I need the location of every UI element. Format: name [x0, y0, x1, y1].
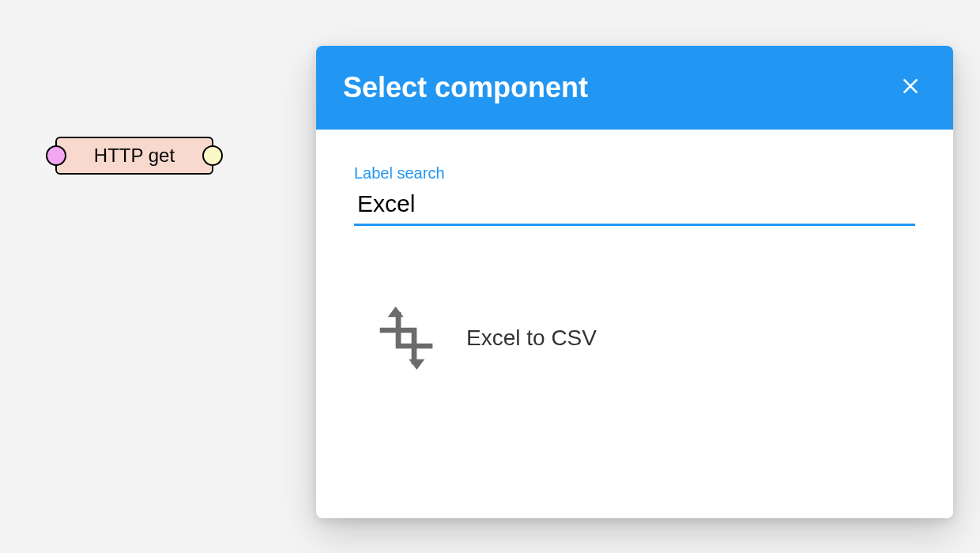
- dialog-header: Select component: [316, 46, 953, 130]
- close-icon: [900, 76, 921, 100]
- select-component-dialog: Select component Label search: [316, 46, 953, 518]
- node-label: HTTP get: [94, 145, 175, 167]
- result-item-label: Excel to CSV: [466, 325, 597, 351]
- dialog-title: Select component: [343, 71, 588, 104]
- node-output-port[interactable]: [202, 145, 223, 166]
- search-input[interactable]: [354, 187, 915, 226]
- dialog-body: Label search Excel to CSV: [316, 130, 953, 379]
- search-field-label: Label search: [354, 164, 915, 182]
- node-input-port[interactable]: [46, 145, 66, 166]
- result-item-excel-to-csv[interactable]: Excel to CSV: [354, 297, 915, 379]
- results-list: Excel to CSV: [354, 297, 915, 379]
- close-button[interactable]: [895, 72, 926, 103]
- http-get-node[interactable]: HTTP get: [55, 137, 213, 175]
- transform-icon: [375, 307, 438, 370]
